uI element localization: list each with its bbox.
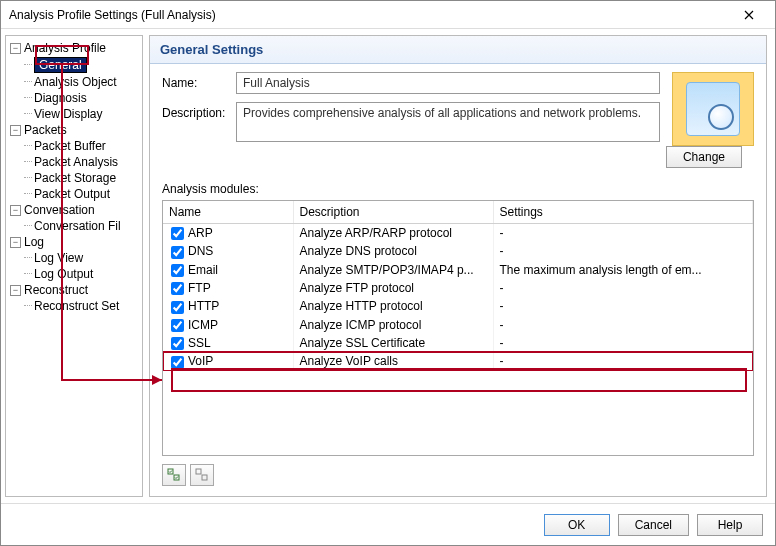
module-description: Analyze ARP/RARP protocol [293,224,493,243]
tree-item[interactable]: Conversation Fil [8,218,140,234]
select-all-button[interactable] [162,464,186,486]
table-row[interactable]: ICMPAnalyze ICMP protocol- [163,316,753,334]
tree-item-label: Log View [34,251,83,265]
tree-item[interactable]: Reconstruct Set [8,298,140,314]
content-pane: General Settings Name: Description: Chan… [149,35,767,497]
table-row[interactable]: VoIPAnalyze VoIP calls- [163,352,753,370]
tree-item-label: Diagnosis [34,91,87,105]
module-name: FTP [188,281,211,295]
module-checkbox[interactable] [171,264,184,277]
table-row[interactable]: DNSAnalyze DNS protocol- [163,242,753,260]
tree-item-label: Log Output [34,267,93,281]
tree-item[interactable]: Packet Analysis [8,154,140,170]
cancel-button[interactable]: Cancel [618,514,689,536]
dialog-button-bar: OK Cancel Help [1,503,775,545]
table-row[interactable]: FTPAnalyze FTP protocol- [163,279,753,297]
module-name: DNS [188,244,213,258]
tree-group-label: Packets [24,123,67,137]
tree-group-label: Conversation [24,203,95,217]
module-description: Analyze DNS protocol [293,242,493,260]
module-name: Email [188,263,218,277]
change-button[interactable]: Change [666,146,742,168]
table-row[interactable]: EmailAnalyze SMTP/POP3/IMAP4 p...The max… [163,261,753,279]
ok-button[interactable]: OK [544,514,610,536]
col-description[interactable]: Description [293,201,493,224]
section-header: General Settings [150,36,766,64]
module-settings: - [493,297,753,315]
description-input[interactable] [236,102,660,142]
svg-rect-3 [202,475,207,480]
tree-group[interactable]: −Reconstruct [8,282,140,298]
module-checkbox[interactable] [171,246,184,259]
network-analyze-icon [686,82,740,136]
window-title: Analysis Profile Settings (Full Analysis… [9,8,216,22]
collapse-icon[interactable]: − [10,43,21,54]
tree-item[interactable]: General [8,56,140,74]
name-input[interactable] [236,72,660,94]
profile-icon [672,72,754,146]
module-name: SSL [188,336,211,350]
tree-pane: −Analysis ProfileGeneralAnalysis ObjectD… [5,35,143,497]
collapse-icon[interactable]: − [10,285,21,296]
tree-item-label: General [34,57,87,73]
tree-item-label: Analysis Object [34,75,117,89]
module-checkbox[interactable] [171,319,184,332]
module-name: HTTP [188,299,219,313]
module-description: Analyze ICMP protocol [293,316,493,334]
tree-item[interactable]: Packet Buffer [8,138,140,154]
table-row[interactable]: HTTPAnalyze HTTP protocol- [163,297,753,315]
collapse-icon[interactable]: − [10,205,21,216]
svg-rect-2 [196,469,201,474]
module-checkbox[interactable] [171,227,184,240]
collapse-icon[interactable]: − [10,237,21,248]
module-checkbox[interactable] [171,282,184,295]
tree-group-label: Log [24,235,44,249]
analysis-modules-label: Analysis modules: [150,182,766,200]
tree-group-label: Analysis Profile [24,41,106,55]
tree-item[interactable]: Analysis Object [8,74,140,90]
module-name: VoIP [188,354,213,368]
close-button[interactable] [727,3,771,27]
help-button[interactable]: Help [697,514,763,536]
tree-item[interactable]: Packet Output [8,186,140,202]
col-settings[interactable]: Settings [493,201,753,224]
tree-item-label: Packet Analysis [34,155,118,169]
module-settings: - [493,334,753,352]
form-area: Name: Description: Change [150,64,766,182]
tree-item-label: Conversation Fil [34,219,121,233]
module-checkbox[interactable] [171,356,184,369]
module-description: Analyze FTP protocol [293,279,493,297]
name-label: Name: [162,72,236,90]
module-checkbox[interactable] [171,301,184,314]
module-description: Analyze SMTP/POP3/IMAP4 p... [293,261,493,279]
tree-group[interactable]: −Packets [8,122,140,138]
collapse-icon[interactable]: − [10,125,21,136]
module-settings: The maximum analysis length of em... [493,261,753,279]
module-name: ICMP [188,318,218,332]
tree-group[interactable]: −Analysis Profile [8,40,140,56]
profile-icon-column: Change [660,72,754,174]
main-area: −Analysis ProfileGeneralAnalysis ObjectD… [1,29,775,503]
module-checkbox[interactable] [171,337,184,350]
table-row[interactable]: SSLAnalyze SSL Certificate- [163,334,753,352]
module-name: ARP [188,226,213,240]
col-name[interactable]: Name [163,201,293,224]
modules-grid: Name Description Settings ARPAnalyze ARP… [162,200,754,456]
form-left: Name: Description: [162,72,660,174]
tree-item[interactable]: Packet Storage [8,170,140,186]
module-description: Analyze VoIP calls [293,352,493,370]
deselect-all-button[interactable] [190,464,214,486]
tree-item[interactable]: Log View [8,250,140,266]
tree-group-label: Reconstruct [24,283,88,297]
tree-item[interactable]: Log Output [8,266,140,282]
tree-group[interactable]: −Log [8,234,140,250]
module-settings: - [493,352,753,370]
tree-item[interactable]: Diagnosis [8,90,140,106]
grid-toolbar [150,456,766,496]
description-label: Description: [162,102,236,120]
tree-item[interactable]: View Display [8,106,140,122]
tree-group[interactable]: −Conversation [8,202,140,218]
tree-item-label: Packet Storage [34,171,116,185]
table-row[interactable]: ARPAnalyze ARP/RARP protocol- [163,224,753,243]
tree-item-label: Packet Output [34,187,110,201]
